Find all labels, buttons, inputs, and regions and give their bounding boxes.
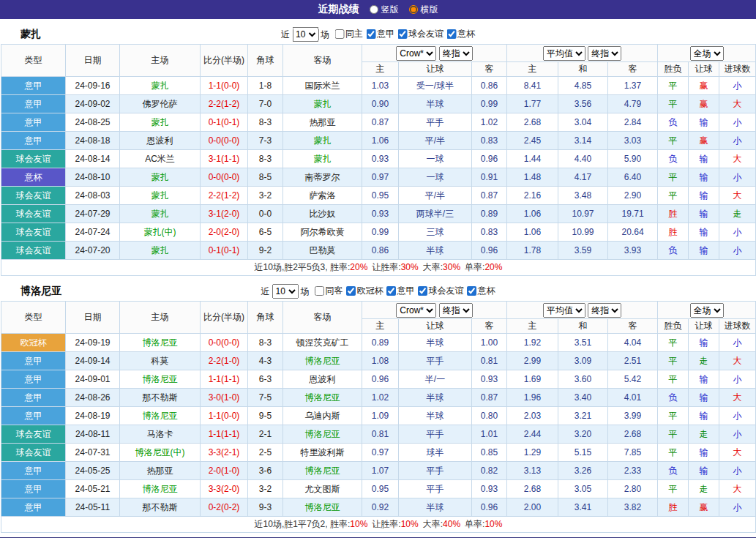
away-team: 恩波利	[283, 370, 362, 389]
handicap-outcome: 输	[689, 223, 719, 242]
league-checkbox-input[interactable]	[446, 29, 456, 39]
avg-odds-select[interactable]: 平均值	[543, 303, 585, 318]
filter-checkbox-意杯[interactable]: 意杯	[446, 28, 475, 40]
crow-away-odds: 0.83	[472, 132, 507, 150]
crow-home-odds: 0.96	[362, 370, 399, 389]
filter-checkbox-球会友谊[interactable]: 球会友谊	[418, 285, 464, 297]
final-odds-select-2[interactable]: 终指	[588, 303, 621, 318]
page-title: 近期战绩	[318, 3, 359, 16]
goals-outcome: 小	[719, 498, 756, 517]
horizontal-view-radio[interactable]	[409, 5, 418, 14]
match-row: 意甲24-05-25热那亚2-0(1-0)3-6博洛尼亚1.07平手0.823.…	[1, 462, 756, 480]
score: 2-2(1-0)	[201, 352, 248, 370]
handicap-line: 受一/球半	[399, 77, 472, 95]
match-row: 球会友谊24-07-24蒙扎(中)2-0(2-0)6-5阿尔希欧黄0.99三球0…	[1, 223, 756, 242]
filter-checkbox-意甲[interactable]: 意甲	[386, 285, 415, 297]
view-option-horizontal[interactable]: 横版	[409, 4, 438, 16]
handicap-outcome: 走	[689, 425, 719, 444]
view-option-vertical[interactable]: 竖版	[370, 4, 399, 16]
final-odds-select-2[interactable]: 终指	[588, 46, 621, 61]
fulltime-select[interactable]: 全场	[690, 46, 724, 61]
match-row: 意甲24-08-18恩波利0-0(0-0)7-3蒙扎1.06平/半0.832.4…	[1, 132, 756, 150]
match-type-badge: 意甲	[1, 370, 66, 389]
result-outcome: 平	[658, 95, 689, 113]
handicap-outcome: 赢	[689, 95, 719, 113]
result-outcome: 平	[658, 370, 689, 389]
league-filter-checkboxes: 同客欧冠杯意甲球会友谊意杯	[312, 285, 495, 298]
result-outcome: 胜	[658, 223, 689, 242]
odds-source-select[interactable]: Crow*	[396, 46, 436, 61]
match-row: 意甲24-09-14科莫2-2(1-0)4-3博洛尼亚1.08平手0.812.9…	[1, 352, 756, 370]
crow-home-odds: 0.95	[362, 187, 399, 205]
filter-checkbox-意甲[interactable]: 意甲	[366, 28, 394, 40]
filter-checkbox-球会友谊[interactable]: 球会友谊	[397, 28, 444, 40]
fulltime-select[interactable]: 全场	[690, 303, 724, 318]
match-date: 24-07-24	[66, 223, 120, 242]
vertical-view-radio[interactable]	[370, 5, 378, 14]
league-checkbox-input[interactable]	[334, 29, 344, 39]
odds-source-select[interactable]: Crow*	[396, 303, 436, 318]
league-checkbox-input[interactable]	[418, 286, 427, 296]
crow-away-odds: 0.87	[472, 389, 507, 407]
filter-checkbox-同主[interactable]: 同主	[334, 28, 363, 40]
result-outcome: 负	[658, 242, 689, 260]
filter-checkbox-同客[interactable]: 同客	[315, 285, 343, 297]
goals-outcome: 大	[719, 389, 756, 407]
handicap-outcome: 赢	[689, 77, 719, 95]
score: 0-0(0-0)	[201, 168, 248, 187]
recent-count-select[interactable]: 10	[272, 284, 299, 299]
goals-outcome: 大	[719, 480, 756, 498]
avg-odds-select[interactable]: 平均值	[543, 46, 585, 61]
team-section: 蒙扎 近 10 场 同主意甲球会友谊意杯 类型 日期	[0, 25, 756, 276]
league-checkbox-input[interactable]	[346, 286, 356, 296]
home-team: 蒙扎	[120, 187, 201, 205]
corner-score: 0-0	[248, 205, 283, 223]
filter-checkbox-欧冠杯[interactable]: 欧冠杯	[346, 285, 383, 297]
avg-away-odds: 4.04	[608, 334, 658, 352]
match-type-badge: 球会友谊	[1, 187, 66, 205]
crow-home-odds: 1.07	[362, 462, 399, 480]
col-header-date: 日期	[66, 45, 120, 77]
filter-checkbox-意杯[interactable]: 意杯	[467, 285, 495, 297]
avg-odds-group-header: 平均值 终指	[507, 45, 658, 62]
recent-count-select[interactable]: 10	[292, 27, 318, 42]
results-table: 类型 日期 主场 比分(半场) 角球 客场 Crow* 终指 平均值 终指	[1, 301, 756, 533]
crow-home-odds: 0.93	[362, 150, 399, 168]
crow-home-odds: 1.08	[362, 352, 399, 370]
match-type-badge: 球会友谊	[1, 205, 66, 223]
home-team: 那不勒斯	[120, 389, 201, 407]
summary-label: 近10场,胜1平7负2, 胜率:	[255, 519, 351, 529]
goals-outcome: 小	[719, 77, 756, 95]
result-outcome: 负	[658, 389, 689, 407]
match-date: 24-07-31	[66, 444, 120, 462]
summary-value: 40%	[443, 519, 460, 529]
league-checkbox-input[interactable]	[397, 29, 407, 39]
final-odds-select-1[interactable]: 终指	[439, 303, 473, 318]
goals-outcome: 大	[719, 150, 756, 168]
league-checkbox-input[interactable]	[386, 286, 396, 296]
handicap-outcome: 输	[689, 334, 719, 352]
sub-col-crow-home: 主	[362, 62, 399, 77]
avg-draw-odds: 10.97	[558, 205, 608, 223]
avg-home-odds: 1.48	[507, 168, 558, 187]
home-team: 蒙扎	[120, 113, 201, 132]
score: 0-1(0-1)	[201, 242, 248, 260]
crow-home-odds: 1.02	[362, 389, 399, 407]
corner-score: 2-5	[248, 444, 283, 462]
away-team: 比沙奴	[283, 205, 362, 223]
sub-col-handicap: 让球	[399, 62, 472, 77]
away-team: 博洛尼亚	[283, 425, 362, 444]
goals-outcome: 走	[719, 205, 756, 223]
league-checkbox-input[interactable]	[315, 286, 324, 296]
league-checkbox-input[interactable]	[366, 29, 375, 39]
goals-outcome: 小	[719, 168, 756, 187]
handicap-line: 半球	[399, 334, 472, 352]
league-checkbox-input[interactable]	[467, 286, 476, 296]
topbar: 近期战绩 竖版 横版	[0, 0, 756, 19]
final-odds-select-1[interactable]: 终指	[439, 46, 473, 61]
score: 3-3(2-1)	[201, 444, 248, 462]
goals-outcome: 大	[719, 95, 756, 113]
checkbox-label: 球会友谊	[408, 28, 444, 40]
result-outcome: 平	[658, 444, 689, 462]
result-outcome: 平	[658, 77, 689, 95]
